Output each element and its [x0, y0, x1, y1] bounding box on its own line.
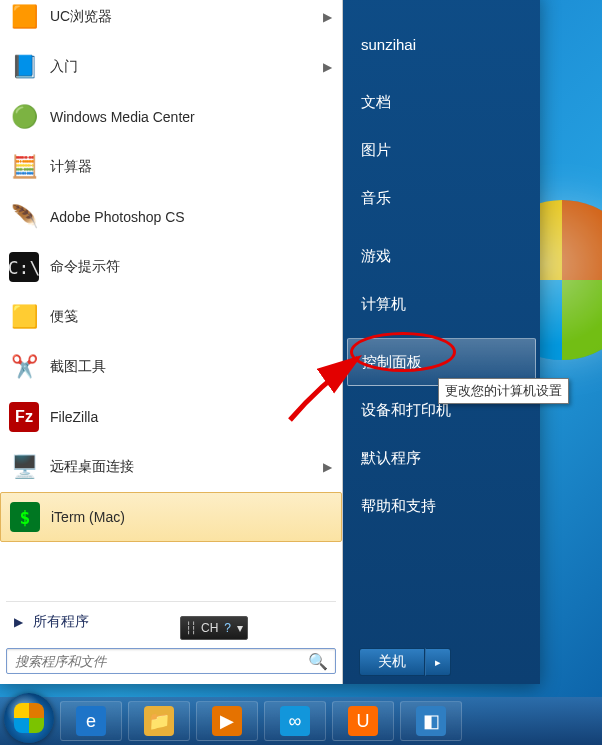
taskbar-uc-browser-icon[interactable]: U	[332, 701, 394, 741]
right-item-图片[interactable]: 图片	[343, 126, 540, 174]
shutdown-options-button[interactable]: ▸	[425, 648, 451, 676]
start-menu: 🟧UC浏览器▶📘入门▶🟢Windows Media Center🧮计算器🪶Ado…	[0, 0, 540, 684]
remote-desktop-icon: 🖥️	[6, 449, 42, 485]
right-item-计算机[interactable]: 计算机	[343, 280, 540, 328]
filezilla-icon: Fz	[6, 399, 42, 435]
taskbar-baidu-pan-icon[interactable]: ∞	[264, 701, 326, 741]
program-list: 🟧UC浏览器▶📘入门▶🟢Windows Media Center🧮计算器🪶Ado…	[0, 0, 342, 599]
photoshop-icon: 🪶	[6, 199, 42, 235]
shutdown-button[interactable]: 关机	[359, 648, 425, 676]
start-menu-right-pane: sunzihai 文档图片音乐游戏计算机控制面板设备和打印机默认程序帮助和支持 …	[343, 0, 540, 684]
program-label: 命令提示符	[50, 258, 332, 276]
program-item-8[interactable]: FzFileZilla	[0, 392, 342, 442]
start-button[interactable]	[4, 693, 54, 743]
uc-browser-icon: 🟧	[6, 0, 42, 35]
user-name[interactable]: sunzihai	[343, 20, 540, 68]
ie-icon: e	[76, 706, 106, 736]
search-input[interactable]	[6, 648, 336, 674]
all-programs-button[interactable]: ▶ 所有程序	[0, 604, 342, 640]
right-item-游戏[interactable]: 游戏	[343, 232, 540, 280]
cmd-icon: C:\	[6, 249, 42, 285]
chevron-right-icon: ▶	[14, 615, 23, 629]
taskbar: e📁▶∞U◧	[0, 697, 602, 745]
program-item-6[interactable]: 🟨便笺	[0, 292, 342, 342]
app-icon: ◧	[416, 706, 446, 736]
start-menu-left-pane: 🟧UC浏览器▶📘入门▶🟢Windows Media Center🧮计算器🪶Ado…	[0, 0, 343, 684]
chevron-right-icon: ▶	[323, 10, 332, 24]
program-label: 截图工具	[50, 358, 332, 376]
program-item-5[interactable]: C:\命令提示符	[0, 242, 342, 292]
program-item-1[interactable]: 📘入门▶	[0, 42, 342, 92]
search-row: 🔍	[0, 640, 342, 684]
right-item-默认程序[interactable]: 默认程序	[343, 434, 540, 482]
iterm-icon: $	[7, 499, 43, 535]
taskbar-ie-icon[interactable]: e	[60, 701, 122, 741]
divider	[6, 601, 336, 602]
program-item-4[interactable]: 🪶Adobe Photoshop CS	[0, 192, 342, 242]
program-item-0[interactable]: 🟧UC浏览器▶	[0, 0, 342, 42]
ime-options-icon[interactable]: ▾	[237, 621, 243, 635]
program-item-2[interactable]: 🟢Windows Media Center	[0, 92, 342, 142]
program-label: Adobe Photoshop CS	[50, 209, 332, 225]
ime-language-bar[interactable]: ┆┆ CH ? ▾	[180, 616, 248, 640]
chevron-right-icon: ▶	[323, 60, 332, 74]
program-item-3[interactable]: 🧮计算器	[0, 142, 342, 192]
right-item-帮助和支持[interactable]: 帮助和支持	[343, 482, 540, 530]
tooltip: 更改您的计算机设置	[438, 378, 569, 404]
calculator-icon: 🧮	[6, 149, 42, 185]
chevron-right-icon: ▶	[323, 460, 332, 474]
snipping-tool-icon: ✂️	[6, 349, 42, 385]
sticky-notes-icon: 🟨	[6, 299, 42, 335]
search-icon: 🔍	[308, 652, 328, 671]
media-center-icon: 🟢	[6, 99, 42, 135]
right-item-文档[interactable]: 文档	[343, 78, 540, 126]
program-item-9[interactable]: 🖥️远程桌面连接▶	[0, 442, 342, 492]
taskbar-explorer-icon[interactable]: 📁	[128, 701, 190, 741]
program-item-7[interactable]: ✂️截图工具	[0, 342, 342, 392]
media-player-icon: ▶	[212, 706, 242, 736]
uc-browser-icon: U	[348, 706, 378, 736]
explorer-icon: 📁	[144, 706, 174, 736]
taskbar-media-player-icon[interactable]: ▶	[196, 701, 258, 741]
grip-icon: ┆┆	[185, 621, 195, 635]
getting-started-icon: 📘	[6, 49, 42, 85]
ime-help-icon[interactable]: ?	[224, 621, 231, 635]
shutdown-row: 关机 ▸	[359, 648, 451, 676]
baidu-pan-icon: ∞	[280, 706, 310, 736]
program-label: FileZilla	[50, 409, 332, 425]
program-label: 入门	[50, 58, 323, 76]
program-label: 便笺	[50, 308, 332, 326]
program-label: UC浏览器	[50, 8, 323, 26]
program-item-10[interactable]: $iTerm (Mac)	[0, 492, 342, 542]
ime-language-label: CH	[201, 621, 218, 635]
taskbar-app-icon[interactable]: ◧	[400, 701, 462, 741]
program-label: Windows Media Center	[50, 109, 332, 125]
taskbar-buttons: e📁▶∞U◧	[60, 701, 462, 741]
program-label: iTerm (Mac)	[51, 509, 331, 525]
all-programs-label: 所有程序	[33, 613, 89, 631]
program-label: 计算器	[50, 158, 332, 176]
program-label: 远程桌面连接	[50, 458, 323, 476]
right-item-音乐[interactable]: 音乐	[343, 174, 540, 222]
